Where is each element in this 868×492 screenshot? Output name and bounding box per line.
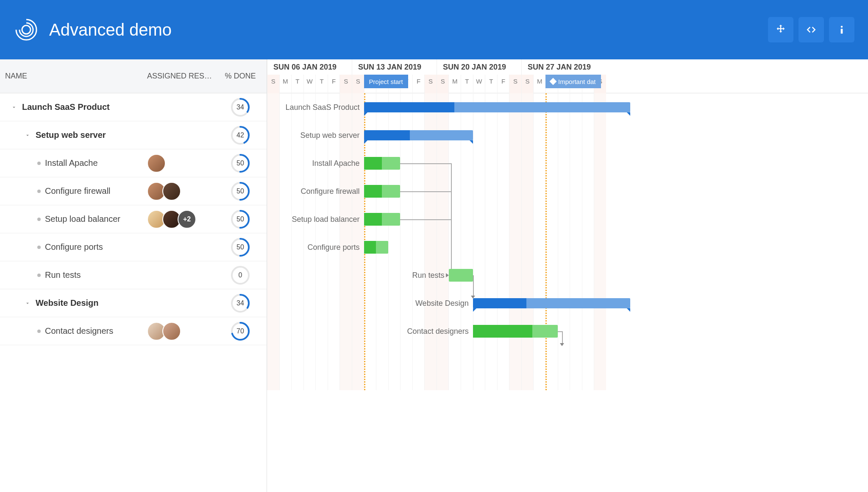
avatars-cell [147,322,219,341]
task-name-cell: Setup web server [5,130,147,140]
svg-point-1 [841,26,843,28]
done-cell: 34 [219,293,262,313]
svg-rect-2 [841,29,843,34]
gantt-bar[interactable] [364,185,401,198]
gantt-bar[interactable] [364,241,388,254]
gantt-day-label: S [352,75,364,93]
avatars-cell [147,182,219,201]
gantt-day-label: F [328,75,340,93]
gantt-bar[interactable] [364,102,631,112]
done-cell: 70 [219,321,262,341]
task-label: Launch SaaS Product [22,102,110,112]
progress-value: 70 [230,321,250,341]
gantt-day-label: M [448,75,461,93]
chevron-down-icon[interactable] [24,132,31,138]
gantt-day-label: T [485,75,497,93]
gantt-body[interactable]: Launch SaaS ProductSetup web serverInsta… [267,93,868,345]
move-button[interactable] [768,17,793,42]
chevron-down-icon[interactable] [10,104,18,110]
gantt-days: SMTWTFSSMTWTFSSMTWTFSSMTWTFSProject star… [267,75,868,93]
gantt-week-label: SUN 13 JAN 2019 [352,59,437,75]
gantt-bar[interactable] [449,269,473,282]
task-row[interactable]: Setup load balancer+250 [0,205,267,233]
gantt-day-label: T [461,75,473,93]
info-button[interactable] [829,17,854,42]
task-row[interactable]: Setup web server42 [0,121,267,149]
gantt-row-label: Configure firewall [300,187,359,196]
task-name-cell: Launch SaaS Product [5,102,147,112]
gantt-day-label: S [424,75,437,93]
progress-value: 0 [230,265,250,285]
progress-ring: 50 [230,153,250,173]
col-done-header: % DONE [219,72,262,81]
task-name-cell: Setup load balancer [5,214,147,224]
task-row[interactable]: Website Design34 [0,289,267,317]
gantt-bar[interactable] [364,157,401,170]
gantt-bar-done [364,185,382,198]
task-row[interactable]: Install Apache50 [0,149,267,177]
task-row[interactable]: Configure ports50 [0,233,267,261]
gantt-day-label: T [291,75,303,93]
gantt-bar[interactable] [364,213,401,226]
app-title: Advanced demo [49,20,172,39]
gantt-row: Website Design [267,289,868,317]
gantt-row: Contact designers [267,317,868,345]
gantt-row-label: Setup web server [300,131,359,140]
gantt-bar-progress [410,130,473,140]
done-cell: 34 [219,97,262,117]
chevron-down-icon[interactable] [24,300,31,306]
gantt-row-label: Run tests [412,271,445,280]
avatar-more[interactable]: +2 [178,210,196,229]
progress-value: 42 [230,125,250,145]
task-row[interactable]: Configure firewall50 [0,177,267,205]
avatar[interactable] [162,182,181,201]
milestone-project-start[interactable]: Project start [364,75,408,88]
gantt-row: Launch SaaS Product [267,93,868,121]
gantt-row-label: Configure ports [307,243,359,252]
progress-ring: 50 [230,237,250,257]
task-label: Contact designers [45,326,113,336]
bullet-icon [37,218,41,221]
app-header: Advanced demo [0,0,868,59]
gantt-bar[interactable] [473,325,558,338]
milestone-label: Important dat [558,78,595,85]
progress-ring: 34 [230,293,250,313]
gantt-row: Install Apache [267,149,868,177]
code-button[interactable] [798,17,824,42]
task-row[interactable]: Launch SaaS Product34 [0,93,267,121]
gantt-row: Run tests [267,261,868,289]
milestone-important[interactable]: Important dat [545,75,601,88]
header-left: Advanced demo [14,17,172,42]
task-row[interactable]: Contact designers70 [0,317,267,345]
bullet-icon [37,190,41,193]
gantt-day-label: S [267,75,279,93]
task-label: Website Design [36,298,99,308]
diamond-icon [550,78,557,85]
progress-ring: 42 [230,125,250,145]
progress-value: 34 [230,97,250,117]
progress-ring: 0 [230,265,250,285]
gantt-bar-progress [454,102,630,112]
done-cell: 50 [219,209,262,229]
header-actions [768,17,854,42]
done-cell: 0 [219,265,262,285]
gantt-day-label: M [279,75,292,93]
progress-ring: 50 [230,209,250,229]
avatar[interactable] [147,154,166,173]
done-cell: 50 [219,237,262,257]
gantt-bar[interactable] [364,130,473,140]
task-name-cell: Configure ports [5,242,147,252]
gantt-row: Setup web server [267,121,868,149]
task-label: Install Apache [45,158,98,168]
task-name-cell: Install Apache [5,158,147,168]
gantt-bar[interactable] [473,298,630,308]
avatar[interactable] [162,322,181,341]
task-label: Configure firewall [45,186,111,196]
gantt-bar-done [364,213,382,226]
task-row[interactable]: Run tests0 [0,261,267,289]
gantt-bar-done [364,241,376,254]
done-cell: 50 [219,181,262,201]
gantt-row-label: Install Apache [312,159,359,168]
bullet-icon [37,246,41,249]
progress-ring: 70 [230,321,250,341]
